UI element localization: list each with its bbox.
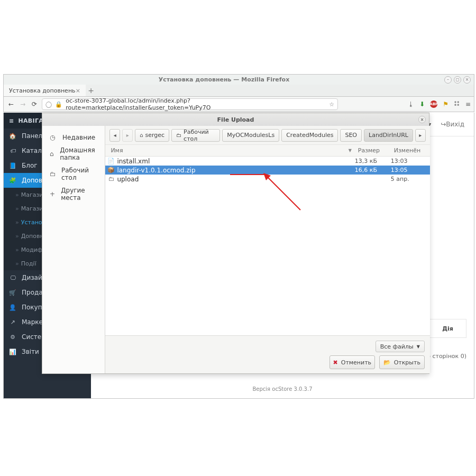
dialog-close-button[interactable]: ×	[418, 116, 426, 123]
sort-desc-icon: ▼	[349, 148, 352, 153]
file-modified: 5 апр.	[391, 176, 430, 182]
nav-icon: 📘	[9, 162, 16, 169]
col-name[interactable]: Имя▼	[105, 147, 354, 154]
nav-icon: 🏠	[9, 133, 16, 140]
flag-icon[interactable]: ⚑	[443, 100, 448, 108]
file-row[interactable]: 🗀upload5 апр.	[105, 175, 429, 184]
table-action-header: Дія	[429, 319, 466, 338]
place-icon: ◷	[50, 134, 57, 141]
dialog-title: File Upload	[217, 116, 254, 123]
svg-point-3	[457, 104, 459, 105]
file-icon: 🗀	[105, 176, 117, 182]
window-title: Установка доповнень — Mozilla Firefox	[4, 76, 444, 83]
breadcrumb-5[interactable]: LandDirInURL	[364, 129, 413, 142]
reload-button[interactable]: ⟳	[30, 100, 39, 108]
dialog-main: ◂ ▸ ⌂sergec🗀Рабочий столMyOCModulesLsCre…	[105, 126, 429, 373]
places-item-3[interactable]: +Другие места	[42, 184, 105, 204]
nav-label: Блог	[22, 162, 38, 169]
forward-button[interactable]: →	[19, 100, 27, 108]
dialog-sidebar: ◷Недавние⌂Домашняя папка🗀Рабочий стол+Др…	[42, 126, 105, 373]
lock-icon: 🔒	[55, 101, 62, 108]
bookmark-star-icon[interactable]: ☆	[329, 101, 334, 108]
file-icon: 📦	[105, 167, 117, 173]
dialog-titlebar: File Upload ×	[42, 113, 429, 126]
abp-icon[interactable]: ABP	[430, 100, 437, 108]
svg-point-1	[457, 101, 459, 103]
extensions-icon[interactable]	[454, 100, 460, 108]
breadcrumb-1[interactable]: 🗀Рабочий стол	[171, 129, 220, 142]
breadcrumb-2[interactable]: MyOCModulesLs	[222, 129, 279, 142]
cancel-icon: ✖	[333, 359, 338, 366]
place-icon: ⌂	[50, 150, 54, 158]
places-item-0[interactable]: ◷Недавние	[42, 131, 105, 144]
back-button[interactable]: ←	[7, 100, 15, 108]
version-footer: Версія ocStore 3.0.3.7	[252, 386, 312, 392]
nav-icon: 🛒	[9, 289, 16, 296]
breadcrumb-0[interactable]: ⌂sergec	[135, 129, 169, 142]
chevron-left-icon: ◂	[114, 132, 116, 138]
chevron-right-icon: ▸	[126, 132, 129, 138]
minimize-button[interactable]: –	[444, 76, 452, 84]
breadcrumb-more[interactable]: ▸	[415, 129, 426, 142]
download-icon[interactable]: ⭳	[408, 100, 414, 108]
svg-point-2	[454, 104, 456, 105]
maximize-button[interactable]: ◻	[454, 76, 461, 84]
chevron-right-icon: ▸	[419, 132, 422, 138]
nav-icon: 🧩	[9, 177, 16, 184]
place-icon: +	[50, 190, 56, 198]
file-modified: 13:05	[391, 167, 430, 173]
file-row[interactable]: 📦langdir-v1.0.1.ocmod.zip16,6 кБ13:05	[105, 166, 429, 175]
breadcrumb-forward[interactable]: ▸	[122, 129, 133, 142]
nav-icon: ⚙	[9, 334, 16, 341]
file-name: install.xml	[117, 158, 354, 165]
dialog-footer: Все файлы ▼ ✖Отменить 📂Открыть	[105, 335, 429, 373]
col-size[interactable]: Размер	[355, 147, 391, 154]
column-headers: Имя▼ Размер Изменён	[105, 145, 429, 157]
close-button[interactable]: ×	[463, 76, 471, 84]
folder-icon: 🗀	[176, 132, 181, 138]
toolbar: ← → ⟳ ◯ 🔒 oc-store-3037-global.loc/admin…	[3, 96, 474, 112]
new-tab-button[interactable]: +	[86, 86, 96, 95]
breadcrumb-4[interactable]: SEO	[340, 129, 362, 142]
file-size: 13,3 кБ	[355, 158, 391, 164]
home-icon: ⌂	[140, 132, 143, 138]
nav-icon: 🏷	[9, 148, 16, 154]
place-icon: 🗀	[50, 170, 56, 178]
breadcrumb-3[interactable]: CreatedModules	[281, 129, 338, 142]
col-modified[interactable]: Изменён	[391, 147, 430, 154]
firefox-titlebar: Установка доповнень — Mozilla Firefox – …	[3, 74, 474, 85]
chevron-down-icon: ▼	[417, 344, 420, 349]
file-list[interactable]: 📄install.xml13,3 кБ13:03📦langdir-v1.0.1.…	[105, 157, 429, 335]
places-item-2[interactable]: 🗀Рабочий стол	[42, 164, 105, 184]
logout-link[interactable]: Вихід	[441, 121, 464, 128]
window-controls: – ◻ ×	[444, 76, 474, 84]
file-filter-dropdown[interactable]: Все файлы ▼	[376, 341, 425, 352]
tab-close-icon[interactable]: ×	[76, 87, 80, 94]
menu-icon: ≡	[9, 117, 14, 124]
file-name: upload	[117, 176, 354, 183]
tab-title: Установка доповнень	[9, 87, 76, 94]
svg-point-0	[454, 101, 456, 103]
nav-label: Звіти	[22, 348, 39, 355]
menu-icon[interactable]: ≡	[465, 100, 471, 108]
annotation-underline	[230, 174, 264, 175]
url-text: oc-store-3037-global.loc/admin/index.php…	[66, 97, 326, 111]
shield-icon: ◯	[45, 101, 52, 108]
file-modified: 13:03	[391, 158, 430, 164]
breadcrumb-bar: ◂ ▸ ⌂sergec🗀Рабочий столMyOCModulesLsCre…	[105, 126, 429, 145]
file-icon: 📄	[105, 158, 117, 164]
places-item-1[interactable]: ⌂Домашняя папка	[42, 144, 105, 164]
file-upload-dialog: File Upload × ◷Недавние⌂Домашняя папка🗀Р…	[42, 113, 429, 374]
file-name: langdir-v1.0.1.ocmod.zip	[117, 167, 354, 174]
nav-icon: 🖵	[9, 274, 16, 281]
file-size: 16,6 кБ	[355, 167, 391, 173]
save-page-icon[interactable]: ⬇	[419, 100, 425, 108]
address-bar[interactable]: ◯ 🔒 oc-store-3037-global.loc/admin/index…	[42, 98, 338, 110]
breadcrumb-back[interactable]: ◂	[109, 129, 120, 142]
folder-open-icon: 📂	[383, 359, 391, 366]
nav-icon: 📊	[9, 349, 16, 355]
browser-tab[interactable]: Установка доповнень ×	[4, 85, 86, 96]
cancel-button[interactable]: ✖Отменить	[329, 355, 375, 369]
file-row[interactable]: 📄install.xml13,3 кБ13:03	[105, 157, 429, 166]
open-button[interactable]: 📂Открыть	[379, 355, 425, 369]
